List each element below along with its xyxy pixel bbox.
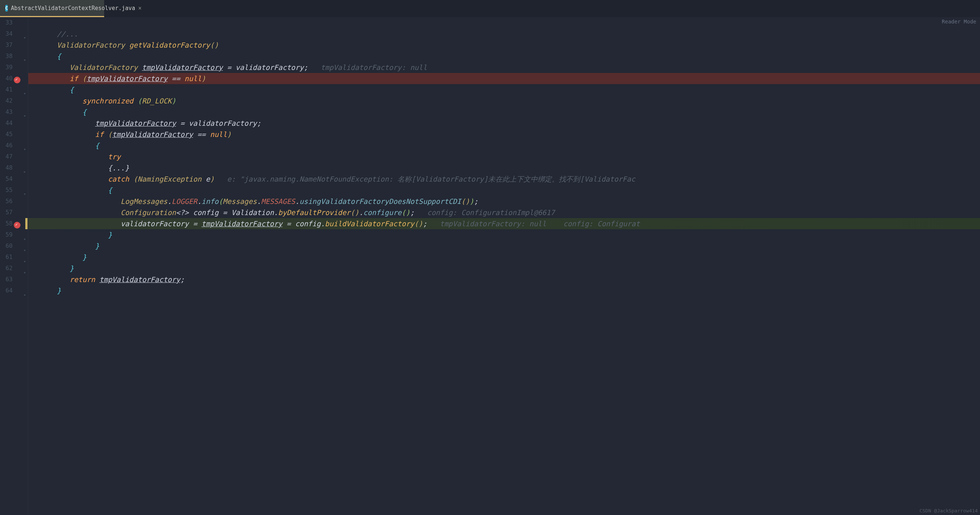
line-number[interactable]: 39 [0, 62, 13, 73]
code-line[interactable]: validatorFactory = tmpValidatorFactory =… [28, 218, 980, 229]
code-line[interactable]: {...} [31, 162, 980, 173]
line-number[interactable]: 38 [0, 51, 13, 62]
code-line[interactable]: } [31, 263, 980, 274]
fold-slot[interactable]: ▾ [22, 51, 28, 62]
fold-slot[interactable] [22, 196, 28, 207]
breakpoint-slot[interactable] [13, 285, 22, 296]
breakpoint-slot[interactable] [13, 106, 22, 118]
code-line[interactable]: tmpValidatorFactory = validatorFactory; [31, 118, 980, 129]
line-number[interactable]: 46 [0, 140, 13, 151]
code-line[interactable]: ValidatorFactory tmpValidatorFactory = v… [31, 62, 980, 73]
fold-slot[interactable] [22, 95, 28, 106]
code-line[interactable]: //... [31, 28, 980, 40]
breakpoint-icon[interactable] [14, 77, 21, 83]
code-line[interactable]: Configuration<?> config = Validation.byD… [31, 207, 980, 218]
breakpoint-slot[interactable] [13, 140, 22, 151]
fold-slot[interactable]: ▾ [22, 184, 28, 196]
line-number[interactable]: 62 [0, 263, 13, 274]
breakpoint-slot[interactable] [13, 263, 22, 274]
breakpoint-slot[interactable] [13, 229, 22, 240]
code-area[interactable]: //... ValidatorFactory getValidatorFacto… [28, 17, 980, 515]
fold-slot[interactable]: ▾ [22, 84, 28, 95]
code-line[interactable]: return tmpValidatorFactory; [31, 274, 980, 285]
code-line[interactable]: { [31, 106, 980, 118]
fold-slot[interactable]: ▾ [22, 140, 28, 151]
fold-slot[interactable] [22, 73, 28, 84]
line-number[interactable]: 60 [0, 240, 13, 251]
code-line[interactable]: } [31, 285, 980, 296]
code-line[interactable]: LogMessages.LOGGER.info(Messages.MESSAGE… [31, 196, 980, 207]
line-number[interactable]: 47 [0, 151, 13, 162]
fold-slot[interactable]: ▴ [22, 240, 28, 251]
breakpoint-slot[interactable] [13, 129, 22, 140]
line-number[interactable]: 33 [0, 17, 13, 28]
line-number[interactable]: 40 [0, 73, 13, 84]
line-number[interactable]: 64 [0, 285, 13, 296]
breakpoint-slot[interactable] [13, 151, 22, 162]
fold-slot[interactable]: ▾ [22, 28, 28, 40]
breakpoint-slot[interactable] [13, 196, 22, 207]
code-line[interactable]: ValidatorFactory getValidatorFactory() [31, 40, 980, 51]
breakpoint-slot[interactable] [13, 40, 22, 51]
code-line[interactable]: { [31, 51, 980, 62]
breakpoint-slot[interactable] [13, 51, 22, 62]
breakpoint-gutter[interactable] [13, 17, 22, 515]
code-line[interactable]: } [31, 251, 980, 263]
fold-slot[interactable] [22, 207, 28, 218]
line-number[interactable]: 34 [0, 28, 13, 40]
code-line[interactable]: { [31, 140, 980, 151]
fold-slot[interactable]: ▸ [22, 162, 28, 173]
fold-slot[interactable] [22, 118, 28, 129]
breakpoint-slot[interactable] [13, 73, 22, 84]
breakpoint-slot[interactable] [13, 184, 22, 196]
line-number[interactable]: 61 [0, 251, 13, 263]
close-icon[interactable]: × [138, 5, 142, 11]
fold-gutter[interactable]: ▾▾▾▾▾▸▾▴▴▴▴▴ [22, 17, 28, 515]
line-number[interactable]: 48 [0, 162, 13, 173]
fold-slot[interactable]: ▴ [22, 251, 28, 263]
breakpoint-slot[interactable] [13, 62, 22, 73]
fold-slot[interactable] [22, 274, 28, 285]
code-line[interactable]: if (tmpValidatorFactory == null) [28, 73, 980, 84]
line-number-gutter[interactable]: 3334373839404142434445464748545556575859… [0, 17, 13, 515]
line-number[interactable]: 42 [0, 95, 13, 106]
code-line[interactable]: if (tmpValidatorFactory == null) [31, 129, 980, 140]
breakpoint-slot[interactable] [13, 84, 22, 95]
fold-icon[interactable]: ▴ [22, 289, 28, 300]
line-number[interactable]: 58 [0, 218, 13, 229]
fold-slot[interactable]: ▾ [22, 106, 28, 118]
breakpoint-icon[interactable] [14, 222, 21, 229]
line-number[interactable]: 45 [0, 129, 13, 140]
breakpoint-slot[interactable] [13, 218, 22, 229]
line-number[interactable]: 43 [0, 106, 13, 118]
code-line[interactable]: synchronized (RD_LOCK) [31, 95, 980, 106]
breakpoint-slot[interactable] [13, 17, 22, 28]
breakpoint-slot[interactable] [13, 173, 22, 184]
breakpoint-slot[interactable] [13, 95, 22, 106]
fold-slot[interactable]: ▴ [22, 229, 28, 240]
line-number[interactable]: 44 [0, 118, 13, 129]
line-number[interactable]: 59 [0, 229, 13, 240]
code-editor[interactable]: 3334373839404142434445464748545556575859… [0, 17, 980, 515]
fold-slot[interactable] [22, 129, 28, 140]
line-number[interactable]: 55 [0, 184, 13, 196]
breakpoint-slot[interactable] [13, 28, 22, 40]
line-number[interactable]: 37 [0, 40, 13, 51]
code-line[interactable] [31, 17, 980, 28]
editor-tab[interactable]: C AbstractValidatorContextResolver.java … [0, 0, 104, 17]
code-line[interactable]: try [31, 151, 980, 162]
fold-slot[interactable] [22, 151, 28, 162]
fold-slot[interactable] [22, 17, 28, 28]
breakpoint-slot[interactable] [13, 118, 22, 129]
breakpoint-slot[interactable] [13, 251, 22, 263]
code-line[interactable]: } [31, 229, 980, 240]
breakpoint-slot[interactable] [13, 240, 22, 251]
breakpoint-slot[interactable] [13, 274, 22, 285]
breakpoint-slot[interactable] [13, 207, 22, 218]
code-line[interactable]: { [31, 184, 980, 196]
fold-slot[interactable] [22, 40, 28, 51]
line-number[interactable]: 57 [0, 207, 13, 218]
line-number[interactable]: 63 [0, 274, 13, 285]
line-number[interactable]: 41 [0, 84, 13, 95]
fold-slot[interactable]: ▴ [22, 285, 28, 296]
